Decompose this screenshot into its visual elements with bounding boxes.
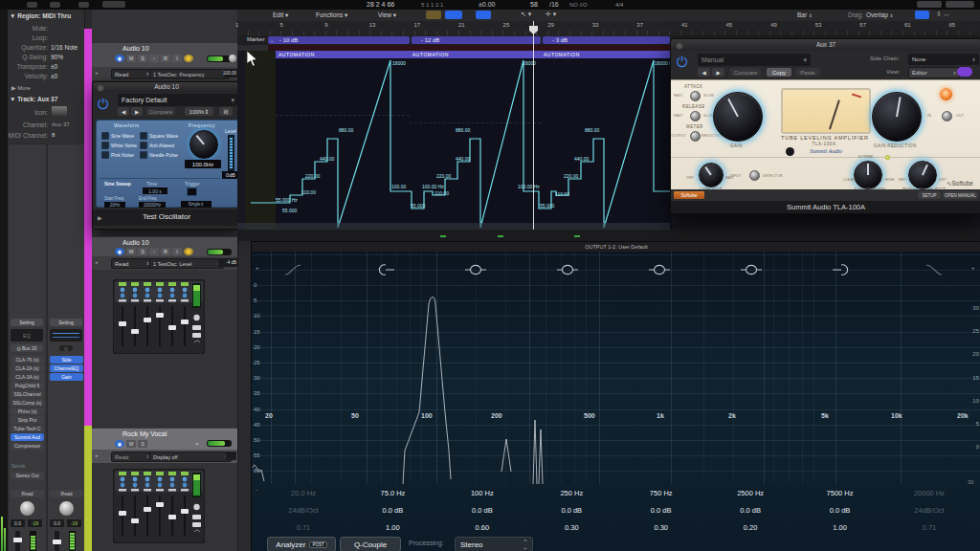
gain-knob[interactable]	[713, 92, 763, 142]
band-gain[interactable]: 0.0 dB	[527, 502, 615, 519]
track-inspector-header[interactable]: ▼ Track: Aux 37	[10, 96, 57, 102]
q-couple-button[interactable]: Q-Couple	[340, 537, 401, 551]
setup-button[interactable]: SETUP	[918, 191, 941, 199]
band-q[interactable]: 0.30	[617, 519, 705, 537]
band-frequency[interactable]: 2500 Hz	[706, 485, 794, 502]
automation-mode-select[interactable]: Read⇕	[111, 452, 153, 462]
power-icon[interactable]: ⏻	[677, 54, 688, 71]
lcd-secondary[interactable]: 5 1 1 2.1	[421, 2, 443, 8]
band-q[interactable]: 0.30	[527, 519, 615, 537]
eq-band-column[interactable]: 250 Hz 0.0 dB 0.30	[527, 485, 615, 537]
inspector-row-value[interactable]: 90%	[51, 54, 63, 60]
track-on-button[interactable]: ◉	[115, 248, 124, 255]
lcd-signature[interactable]: 4/4	[615, 2, 623, 8]
toolbar-button[interactable]	[102, 1, 125, 8]
track-header-rock-my-vocal[interactable]: Rock My Vocal ◉ M S ⌁	[92, 428, 237, 451]
track-name[interactable]: Audio 10	[122, 239, 149, 246]
stepper-icon[interactable]: ⌃⌄	[523, 539, 527, 550]
tool-icon[interactable]	[426, 11, 441, 19]
checkbox-icon[interactable]	[140, 142, 147, 149]
input-monitor-icon[interactable]: ◦	[149, 248, 159, 255]
automation-mode-slot[interactable]: Read	[50, 490, 83, 497]
band-frequency[interactable]: 20000 Hz	[885, 485, 973, 502]
band-frequency[interactable]: 250 Hz	[527, 485, 615, 502]
processing-select[interactable]: Stereo⌃⌄	[455, 537, 533, 551]
trigger-button[interactable]	[187, 187, 197, 196]
checkbox-icon[interactable]	[140, 151, 147, 159]
low-cut-knob[interactable]	[699, 163, 724, 187]
automation-value[interactable]	[226, 452, 236, 460]
input-monitor-icon[interactable]: ◦	[149, 55, 159, 62]
toolbar-button[interactable]	[917, 1, 942, 8]
power-switch[interactable]	[942, 111, 952, 121]
menu-edit[interactable]: Edit ▾	[273, 11, 288, 19]
waveform-option[interactable]: Anti Aliased	[140, 141, 178, 150]
tla-titlebar[interactable]: Aux 37	[671, 39, 980, 51]
window-button[interactable]	[78, 2, 89, 8]
secondary-tool-icon[interactable]: ✛ ▾	[546, 11, 556, 18]
meter-knob[interactable]	[229, 55, 236, 62]
lcd-division[interactable]: /16	[549, 1, 559, 8]
eq-band-column[interactable]: 75.0 Hz 0.0 dB 1.00	[348, 485, 436, 537]
automation-param-select[interactable]: 1 TestOsc: Level⇕	[149, 258, 224, 269]
saturation-knob[interactable]	[854, 161, 882, 189]
plugin-slot[interactable]: SSLComp (s)	[11, 399, 44, 407]
pointer-tool-icon[interactable]: ↖ ▾	[521, 11, 531, 18]
inspector-row-value[interactable]: ±0	[51, 73, 57, 79]
time-readout[interactable]: 1.00 s	[143, 187, 167, 194]
region-gain-bar[interactable]: - 12 dB	[412, 36, 541, 44]
solo-button[interactable]: S	[138, 440, 147, 448]
testosc-titlebar[interactable]: Audio 10	[93, 82, 240, 92]
band-q[interactable]: 1.00	[796, 519, 884, 537]
automation-mode-select[interactable]: Read⇕	[111, 258, 153, 269]
band-gain[interactable]: 24dB/Oct	[259, 502, 347, 519]
band-q[interactable]: 0.71	[885, 519, 973, 537]
band-gain[interactable]: 0.0 dB	[438, 502, 526, 519]
bus-send-slot[interactable]: ◎ Bus 20	[11, 344, 43, 352]
band-frequency[interactable]: 750 Hz	[617, 485, 705, 502]
eq-band-column[interactable]: 20.0 Hz 24dB/Oct 0.71	[259, 485, 347, 537]
pan-knob[interactable]	[19, 500, 35, 517]
plugin-slot[interactable]: SSLChannel	[11, 390, 44, 398]
checkbox-icon[interactable]	[101, 151, 109, 159]
band-frequency[interactable]: 75.0 Hz	[348, 485, 436, 502]
eq-band-column[interactable]: 20000 Hz 24dB/Oct 0.71	[885, 485, 973, 537]
pan-knob[interactable]	[58, 500, 75, 517]
link-icon[interactable]: ⛓	[219, 107, 233, 116]
bar-ruler[interactable]: 1591317212529333741454953576165	[237, 21, 980, 36]
frequency-readout[interactable]: 100.0Hz	[185, 160, 221, 168]
disclosure-arrow-icon[interactable]: ▸	[96, 452, 99, 458]
start-freq-readout[interactable]: 20Hz	[104, 202, 125, 208]
drag-select[interactable]: Overlap ⇕	[866, 11, 893, 18]
node-icon[interactable]: ⌁	[195, 440, 199, 447]
disclosure-arrow-icon[interactable]: ▸	[96, 70, 99, 76]
eq-band-column[interactable]: 100 Hz 0.0 dB 0.60	[438, 485, 526, 537]
input-button[interactable]: I	[172, 55, 182, 62]
next-preset-button[interactable]: ▶	[131, 107, 143, 116]
freeze-icon[interactable]: ⚡	[184, 55, 193, 62]
waveform-option[interactable]: Pink Noise	[101, 150, 140, 160]
lcd-tempo[interactable]: 58	[530, 1, 538, 8]
fader-cap[interactable]	[13, 538, 22, 542]
mute-button[interactable]: M	[126, 440, 136, 448]
preset-select[interactable]: Manual▾	[698, 54, 811, 66]
next-preset-button[interactable]: ▶	[712, 68, 724, 77]
band-frequency[interactable]: 100 Hz	[438, 485, 526, 502]
paste-button[interactable]: Paste	[795, 68, 820, 77]
plugin-slot[interactable]: PhIsx (s)	[11, 408, 44, 415]
fader-track[interactable]	[55, 531, 59, 551]
prev-preset-button[interactable]: ◀	[698, 68, 710, 77]
band-gain[interactable]: 0.0 dB	[348, 502, 436, 519]
plugin-slot[interactable]: Summit Aud	[11, 433, 44, 441]
analyzer-post-badge[interactable]: POST	[309, 541, 326, 548]
midi-in-icon[interactable]	[915, 11, 929, 19]
plugin-slot[interactable]: Compressor	[11, 442, 44, 450]
channel-setting-button[interactable]: Setting	[11, 319, 43, 326]
volume-readout[interactable]: 0.0	[50, 519, 64, 527]
inspector-row-value[interactable]: 1/16 Note	[51, 44, 78, 51]
band-frequency[interactable]: 20.0 Hz	[259, 485, 347, 502]
eq-thumbnail[interactable]: EQ	[11, 329, 43, 342]
view-select[interactable]: Editor⇕	[908, 67, 960, 78]
freeze-icon[interactable]: ⚡	[184, 248, 193, 255]
track-icon[interactable]	[52, 106, 67, 116]
